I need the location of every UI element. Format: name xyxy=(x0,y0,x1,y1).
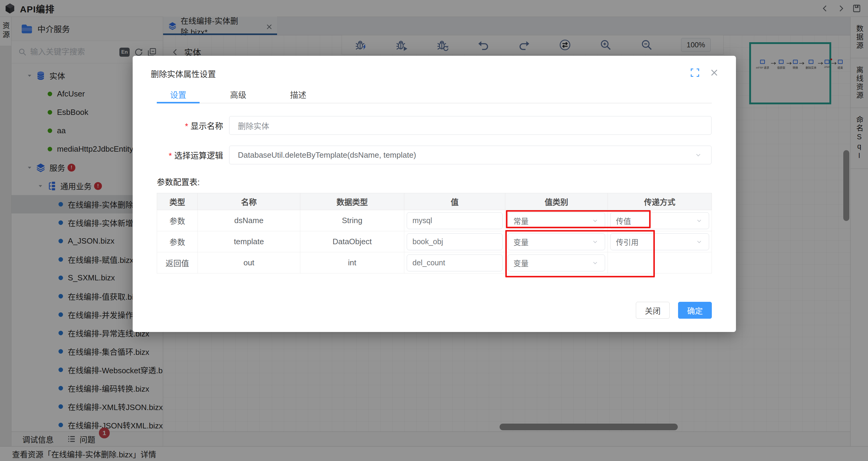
logic-label: *选择运算逻辑 xyxy=(133,149,223,161)
cell-pass-mode: 传值 xyxy=(608,210,712,231)
modal-title: 删除实体属性设置 xyxy=(151,68,216,80)
cell-value-category: 常量 xyxy=(505,210,608,231)
select-value: 变量 xyxy=(514,236,529,247)
param-table-title: 参数配置表: xyxy=(157,176,200,188)
param-value-input[interactable] xyxy=(412,216,497,225)
value-category-select[interactable]: 常量 xyxy=(508,212,605,229)
fullscreen-icon[interactable] xyxy=(689,67,701,78)
logic-row: *选择运算逻辑 DatabaseUtil.deleteByTemplate(ds… xyxy=(133,146,736,164)
select-value: 传引用 xyxy=(616,236,639,247)
cell-pass-mode: 传引用 xyxy=(608,231,712,252)
select-value: 传值 xyxy=(616,215,631,226)
param-value-input[interactable] xyxy=(412,237,497,246)
cell-data_type: DataObject xyxy=(300,231,404,252)
cell-data_type: String xyxy=(300,210,404,231)
cell-type: 参数 xyxy=(157,231,198,252)
logic-select-value: DatabaseUtil.deleteByTemplate(dsName, te… xyxy=(238,150,416,160)
table-row: 返回值outint变量 xyxy=(157,252,712,273)
column-header: 类型 xyxy=(157,193,198,210)
modal-tab-设置[interactable]: 设置 xyxy=(157,86,199,103)
pass-mode-select[interactable]: 传引用 xyxy=(610,233,709,250)
column-header: 传递方式 xyxy=(608,193,712,210)
close-button[interactable]: 关闭 xyxy=(636,302,670,319)
pass-mode-select[interactable]: 传值 xyxy=(610,212,709,229)
cell-data_type: int xyxy=(300,252,404,273)
properties-modal: 删除实体属性设置 设置高级描述 *显示名称 *选择运算逻辑 DatabaseUt… xyxy=(133,56,736,332)
ok-button[interactable]: 确定 xyxy=(678,302,712,319)
cell-value xyxy=(404,210,505,231)
cell-pass-mode xyxy=(608,252,712,273)
value-category-select[interactable]: 变量 xyxy=(508,233,605,250)
cell-name: template xyxy=(198,231,300,252)
select-value: 变量 xyxy=(514,257,529,268)
modal-tab-高级[interactable]: 高级 xyxy=(217,86,259,103)
modal-tab-label: 描述 xyxy=(290,89,306,100)
display-name-label: *显示名称 xyxy=(133,120,223,131)
cell-value xyxy=(404,252,505,273)
select-value: 常量 xyxy=(514,215,529,226)
chevron-down-icon xyxy=(591,259,599,267)
chevron-down-icon xyxy=(591,238,599,246)
table-header-row: 类型名称数据类型值值类别传递方式 xyxy=(157,193,712,210)
display-name-label-text: 显示名称 xyxy=(190,122,223,131)
modal-footer: 关闭 确定 xyxy=(636,302,712,319)
app-root: API编排 资源 中介服务 En xyxy=(0,0,868,461)
required-mark: * xyxy=(168,151,172,160)
value-category-select[interactable]: 变量 xyxy=(508,254,605,271)
param-value-input[interactable] xyxy=(412,258,497,267)
modal-close-icon[interactable] xyxy=(709,67,720,78)
cell-type: 返回值 xyxy=(157,252,198,273)
cell-value xyxy=(404,231,505,252)
column-header: 值类别 xyxy=(505,193,608,210)
chevron-down-icon xyxy=(591,216,599,225)
column-header: 名称 xyxy=(198,193,300,210)
required-mark: * xyxy=(185,122,188,131)
chevron-down-icon xyxy=(695,238,703,246)
modal-tab-label: 设置 xyxy=(170,89,186,100)
cell-name: out xyxy=(198,252,300,273)
column-header: 数据类型 xyxy=(300,193,404,210)
cell-name: dsName xyxy=(198,210,300,231)
logic-select[interactable]: DatabaseUtil.deleteByTemplate(dsName, te… xyxy=(229,146,712,164)
chevron-down-icon xyxy=(695,216,703,225)
table-row: 参数dsNameString常量传值 xyxy=(157,210,712,231)
logic-label-text: 选择运算逻辑 xyxy=(174,151,223,160)
column-header: 值 xyxy=(404,193,505,210)
cell-type: 参数 xyxy=(157,210,198,231)
display-name-row: *显示名称 xyxy=(133,116,736,135)
chevron-down-icon xyxy=(694,150,703,159)
modal-tab-label: 高级 xyxy=(230,89,246,100)
table-row: 参数templateDataObject变量传引用 xyxy=(157,231,712,252)
display-name-input[interactable] xyxy=(229,116,712,135)
cell-value-category: 变量 xyxy=(505,231,608,252)
modal-tabs: 设置高级描述 xyxy=(157,86,712,103)
param-table: 类型名称数据类型值值类别传递方式参数dsNameString常量传值参数temp… xyxy=(157,193,712,273)
cell-value-category: 变量 xyxy=(505,252,608,273)
modal-tab-描述[interactable]: 描述 xyxy=(277,86,319,103)
